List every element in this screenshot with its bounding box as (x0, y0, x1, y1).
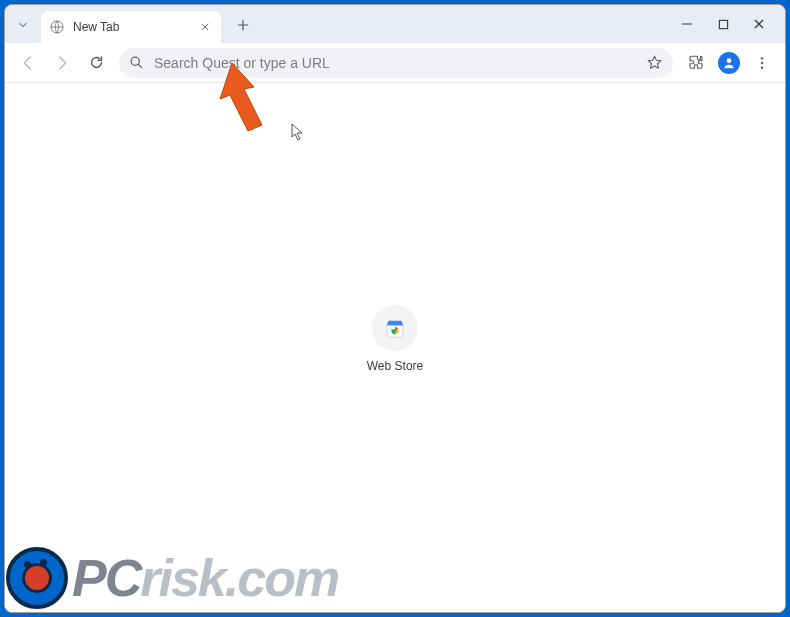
globe-icon (49, 19, 65, 35)
omnibox[interactable] (119, 48, 673, 78)
chevron-down-icon (17, 19, 29, 31)
arrow-right-icon (53, 54, 71, 72)
window-close-button[interactable] (741, 9, 777, 39)
minimize-button[interactable] (669, 9, 705, 39)
puzzle-icon (687, 54, 705, 72)
svg-point-6 (761, 66, 763, 68)
svg-rect-1 (719, 20, 727, 28)
svg-point-4 (761, 57, 763, 59)
shortcut-icon-bg (372, 305, 418, 351)
menu-button[interactable] (747, 48, 777, 78)
svg-point-3 (727, 58, 732, 63)
window-controls (669, 9, 777, 39)
chrome-store-icon (384, 317, 406, 339)
maximize-button[interactable] (705, 9, 741, 39)
tab-title: New Tab (73, 20, 189, 34)
star-icon (646, 54, 663, 71)
svg-point-8 (394, 329, 397, 332)
search-icon (129, 55, 144, 70)
reload-icon (88, 54, 105, 71)
back-button[interactable] (13, 48, 43, 78)
forward-button[interactable] (47, 48, 77, 78)
extensions-button[interactable] (681, 48, 711, 78)
tab-new-tab[interactable]: New Tab (41, 11, 221, 43)
profile-button[interactable] (715, 49, 743, 77)
tab-search-button[interactable] (11, 13, 35, 37)
address-input[interactable] (154, 55, 636, 71)
kebab-icon (754, 55, 770, 71)
close-icon (200, 22, 210, 32)
reload-button[interactable] (81, 48, 111, 78)
browser-window: New Tab (4, 4, 786, 613)
toolbar (5, 43, 785, 83)
tab-strip: New Tab (5, 5, 785, 43)
arrow-left-icon (19, 54, 37, 72)
bookmark-button[interactable] (646, 54, 663, 71)
avatar-icon (718, 52, 740, 74)
shortcut-web-store[interactable]: Web Store (340, 305, 450, 373)
plus-icon (236, 18, 250, 32)
minimize-icon (681, 18, 693, 30)
svg-point-5 (761, 61, 763, 63)
new-tab-page: Web Store (5, 83, 785, 612)
close-icon (753, 18, 765, 30)
new-tab-button[interactable] (229, 11, 257, 39)
shortcut-label: Web Store (367, 359, 423, 373)
maximize-icon (718, 19, 729, 30)
tab-close-button[interactable] (197, 19, 213, 35)
